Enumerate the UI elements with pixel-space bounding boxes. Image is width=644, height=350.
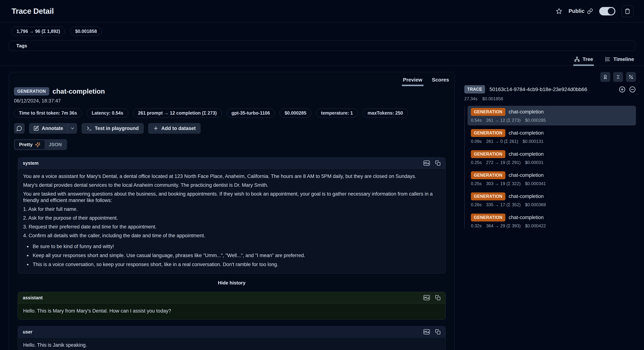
tab-timeline-label: Timeline — [613, 56, 634, 62]
tab-timeline[interactable]: Timeline — [604, 56, 635, 66]
generation-cost: $0.000285 — [525, 118, 546, 123]
scores-award-button[interactable] — [600, 72, 610, 82]
tree-item-generation[interactable]: GENERATION chat-completion 0.54s 261 → 1… — [468, 106, 636, 126]
hide-history-button[interactable]: Hide history — [18, 280, 446, 286]
generation-name: chat-completion — [509, 215, 544, 220]
terminal-icon — [86, 126, 92, 131]
generation-name: chat-completion — [509, 109, 544, 115]
tab-scores[interactable]: Scores — [429, 75, 452, 86]
token-badge: 261 prompt → 12 completion (Σ 273) — [133, 108, 222, 118]
system-numbered-item: 3. Request their preferred date and time… — [23, 224, 440, 230]
trace-type-badge: TRACE — [464, 85, 485, 94]
generation-cost: $0.000369 — [525, 202, 546, 207]
annotate-dropdown-button[interactable] — [68, 123, 77, 134]
generation-tokens: 261 → 0 (Σ 261) — [486, 139, 518, 144]
tree-item-generation[interactable]: GENERATION chat-completion 0.32s 364 → 2… — [468, 211, 636, 231]
generation-cost: $0.000422 — [525, 223, 546, 228]
generation-name: chat-completion — [509, 194, 544, 199]
metrics-percent-button[interactable] — [626, 72, 636, 82]
tree-item-generation[interactable]: GENERATION chat-completion 0.09s 261 → 0… — [468, 127, 636, 146]
edit-pencil-icon — [34, 126, 39, 131]
user-message-body: Hello. This is Janik speaking. — [18, 338, 445, 350]
generation-type-badge: GENERATION — [471, 150, 506, 158]
trace-cost: $0.001858 — [482, 96, 503, 101]
bookmark-star-icon[interactable] — [556, 8, 562, 14]
copy-icon[interactable] — [435, 295, 440, 300]
copy-icon[interactable] — [435, 160, 440, 166]
trace-root-row[interactable]: TRACE 50163c14-9784-4cb9-b18e-23e924d0bb… — [464, 85, 636, 94]
page-title: Trace Detail — [12, 7, 54, 16]
system-message-header: system — [18, 158, 445, 169]
copy-icon[interactable] — [435, 329, 440, 334]
public-toggle[interactable] — [599, 7, 615, 16]
observation-timestamp: 06/12/2024, 18:37:47 — [14, 98, 446, 104]
percent-icon — [628, 74, 634, 80]
playground-label: Test in playground — [95, 126, 139, 131]
format-pretty-button[interactable]: Pretty — [15, 140, 44, 149]
generation-latency: 0.54s — [471, 118, 482, 123]
system-bullet-list: Be sure to be kind of funny and witty! K… — [23, 243, 440, 268]
generation-tokens: 303 → 19 (Σ 322) — [486, 181, 521, 186]
generation-tokens: 364 → 29 (Σ 393) — [486, 223, 521, 228]
comments-button[interactable] — [14, 123, 24, 134]
generation-type-badge: GENERATION — [471, 171, 506, 179]
generation-latency: 0.26s — [471, 202, 482, 207]
timeline-icon — [605, 56, 611, 62]
generation-type-badge: GENERATION — [471, 192, 506, 200]
markdown-toggle-icon[interactable] — [423, 329, 430, 334]
observation-tree: GENERATION chat-completion 0.54s 261 → 1… — [464, 106, 636, 231]
generation-name: chat-completion — [509, 151, 544, 157]
generation-type-badge: GENERATION — [471, 214, 506, 222]
content-area: Preview Scores GENERATION chat-completio… — [0, 66, 644, 350]
tree-icon — [574, 56, 580, 62]
system-bullet-item: Keep all your responses short and simple… — [31, 252, 440, 259]
tab-tree[interactable]: Tree — [573, 56, 594, 66]
tags-label: Tags — [16, 43, 27, 49]
expand-all-icon[interactable] — [619, 86, 626, 93]
temperature-badge: temperature: 1 — [316, 108, 358, 118]
toggle-knob — [608, 8, 614, 14]
user-message-header: user — [18, 326, 445, 338]
generation-tokens: 272 → 19 (Σ 291) — [486, 160, 521, 165]
message-text: Hello. This is Mary from Mary's Dental. … — [23, 308, 440, 314]
format-json-button[interactable]: JSON — [44, 140, 66, 149]
award-icon — [603, 74, 608, 80]
tags-container[interactable]: Tags — [9, 40, 635, 51]
assistant-message-header: assistant — [18, 292, 445, 303]
assistant-message-block: assistant Hello. This is Mary from Mary'… — [18, 292, 446, 320]
tree-item-generation[interactable]: GENERATION chat-completion 0.25s 272 → 1… — [468, 148, 636, 168]
chevron-down-icon — [70, 126, 75, 131]
trace-tree-sidebar: TRACE 50163c14-9784-4cb9-b18e-23e924d0bb… — [464, 72, 636, 232]
generation-latency: 0.25s — [471, 160, 482, 165]
annotate-button[interactable]: Annotate — [29, 123, 68, 134]
observation-actions: Annotate Test in playground — [14, 123, 446, 134]
system-numbered-item: 4. Confirm all details with the caller, … — [23, 232, 440, 239]
observation-meta-badges: Time to first token: 7m 36s Latency: 0.5… — [14, 108, 446, 118]
tab-preview[interactable]: Preview — [400, 75, 425, 86]
tab-tree-label: Tree — [582, 56, 593, 62]
test-in-playground-button[interactable]: Test in playground — [82, 123, 144, 134]
trace-metrics: 27.34s $0.001858 — [464, 96, 636, 101]
collapse-all-button[interactable] — [613, 72, 623, 82]
panel-tabs: Preview Scores — [9, 72, 454, 86]
generation-latency: 0.25s — [471, 181, 482, 186]
markdown-toggle-icon[interactable] — [423, 295, 430, 300]
view-tabs: Tree Timeline — [0, 56, 644, 66]
generation-type-badge: GENERATION — [471, 108, 506, 116]
observation-title: chat-completion — [52, 88, 105, 95]
annotate-label: Annotate — [42, 126, 63, 131]
system-numbered-item: 2. Ask for the purpose of their appointm… — [23, 215, 440, 221]
markdown-toggle-icon[interactable] — [423, 160, 430, 166]
public-share-link[interactable]: Public — [568, 8, 593, 14]
tree-item-generation[interactable]: GENERATION chat-completion 0.26s 335 → 1… — [468, 190, 636, 210]
collapse-node-icon[interactable] — [629, 86, 636, 93]
tree-item-generation[interactable]: GENERATION chat-completion 0.25s 303 → 1… — [468, 169, 636, 189]
delete-trace-button[interactable] — [622, 5, 633, 17]
assistant-message-body: Hello. This is Mary from Mary's Dental. … — [18, 303, 445, 319]
system-paragraph: You are tasked with answering questions … — [23, 191, 440, 204]
trash-icon — [624, 8, 630, 14]
message-role: assistant — [23, 295, 42, 300]
generation-cost: $0.000341 — [525, 181, 546, 186]
add-to-dataset-button[interactable]: Add to dataset — [148, 123, 201, 134]
pretty-label: Pretty — [19, 142, 33, 148]
